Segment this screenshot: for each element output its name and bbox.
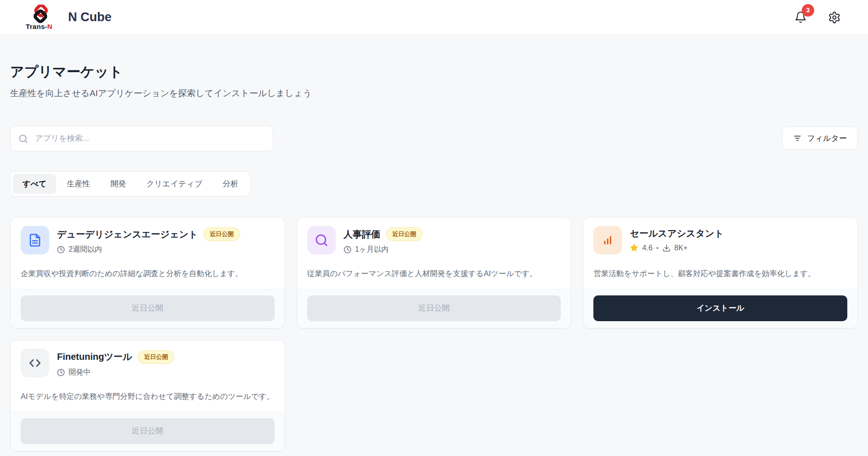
filter-label: フィルター [807, 133, 847, 144]
card-footer: 近日公開 [297, 289, 571, 328]
search-icon [18, 134, 28, 144]
app-card-finetuning-tool: Finetuningツール 近日公開 開発中 AIモデルを特定の業務や専門分野に… [10, 340, 285, 451]
app-card-hr-evaluation: 人事評価 近日公開 1ヶ月以内 従業員のパフォーマンス評価と人材開発を支援するA… [297, 217, 572, 329]
trans-n-logo-mark [26, 5, 52, 24]
app-market-page: アプリマーケット 生産性を向上させるAIアプリケーションを探索してインストールし… [0, 63, 868, 451]
app-description: AIモデルを特定の業務や専門分野に合わせて調整するためのツールです。 [21, 391, 275, 402]
coming-soon-button[interactable]: 近日公開 [307, 295, 561, 321]
page-subtitle: 生産性を向上させるAIアプリケーションを探索してインストールしましょう [10, 87, 858, 99]
app-eta: 1ヶ月以内 [344, 245, 423, 254]
filter-lines-icon [793, 134, 802, 143]
app-description: 営業活動をサポートし、顧客対応や提案書作成を効率化します。 [593, 268, 847, 279]
tab-productivity[interactable]: 生産性 [57, 174, 100, 194]
app-name: 人事評価 [344, 228, 380, 241]
coming-soon-button[interactable]: 近日公開 [21, 418, 275, 444]
coming-soon-badge: 近日公開 [138, 350, 174, 364]
card-footer: 近日公開 [11, 412, 285, 451]
clock-icon [344, 246, 351, 254]
coming-soon-button[interactable]: 近日公開 [21, 295, 275, 321]
coming-soon-badge: 近日公開 [386, 227, 423, 241]
star-icon [630, 243, 638, 252]
separator-dot: • [656, 244, 659, 252]
app-title: N Cube [68, 10, 112, 24]
tab-all[interactable]: すべて [13, 174, 56, 194]
app-card-grid: デューデリジェンスエージェント 近日公開 2週間以内 企業買収や投資判断のための… [10, 217, 858, 451]
tab-creative[interactable]: クリエイティブ [137, 174, 212, 194]
app-description: 企業買収や投資判断のための詳細な調査と分析を自動化します。 [21, 268, 275, 279]
page-title: アプリマーケット [10, 63, 858, 81]
app-eta: 2週間以内 [57, 245, 240, 254]
file-text-icon [21, 226, 49, 254]
app-eta: 開発中 [57, 368, 174, 377]
download-count: 8K+ [674, 244, 688, 252]
clock-icon [57, 369, 65, 376]
filter-button[interactable]: フィルター [782, 127, 858, 150]
rating-value: 4.6 [642, 244, 652, 252]
tab-development[interactable]: 開発 [101, 174, 136, 194]
eta-text: 開発中 [69, 368, 91, 377]
clock-icon [57, 246, 65, 254]
header-actions: 3 [793, 11, 841, 24]
notification-count-badge: 3 [802, 4, 814, 17]
app-description: 従業員のパフォーマンス評価と人材開発を支援するAIツールです。 [307, 268, 561, 279]
search-input[interactable] [34, 133, 265, 144]
tab-analytics[interactable]: 分析 [213, 174, 248, 194]
bar-chart-icon [593, 226, 622, 254]
top-bar: Trans-N N Cube 3 [0, 0, 868, 35]
app-stats: 4.6 • 8K+ [630, 243, 724, 252]
coming-soon-badge: 近日公開 [203, 227, 240, 241]
search-box[interactable] [10, 126, 273, 151]
app-card-sales-assistant: セールスアシスタント 4.6 • 8K+ [583, 217, 858, 329]
card-footer: インストール [583, 289, 857, 328]
eta-text: 1ヶ月以内 [355, 245, 389, 254]
notifications-button[interactable]: 3 [793, 11, 807, 24]
gear-icon [828, 11, 841, 24]
code-icon [21, 349, 49, 377]
brand-name: Trans-N [26, 23, 52, 30]
search-toolbar: フィルター [10, 126, 858, 151]
app-name: デューデリジェンスエージェント [57, 228, 198, 241]
download-icon [662, 244, 671, 252]
install-button[interactable]: インストール [593, 295, 847, 321]
settings-button[interactable] [828, 11, 841, 24]
card-footer: 近日公開 [11, 289, 285, 328]
trans-n-logo: Trans-N [22, 5, 56, 30]
category-tabs: すべて 生産性 開発 クリエイティブ 分析 [10, 171, 251, 196]
app-name: Finetuningツール [57, 351, 132, 363]
app-name: セールスアシスタント [630, 227, 724, 240]
eta-text: 2週間以内 [69, 245, 102, 254]
magnifier-icon [307, 226, 336, 254]
app-card-due-diligence: デューデリジェンスエージェント 近日公開 2週間以内 企業買収や投資判断のための… [10, 217, 285, 329]
